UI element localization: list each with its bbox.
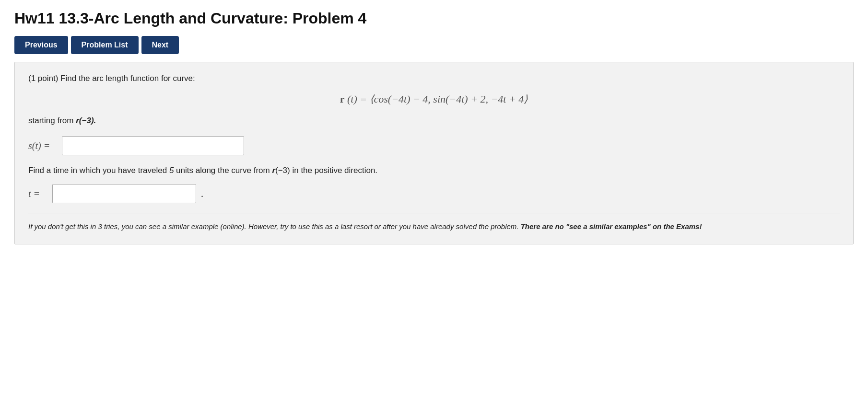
- math-r-bold: r: [340, 93, 345, 105]
- points-label: (1 point): [28, 74, 58, 83]
- t-label: t =: [28, 188, 47, 199]
- s-input[interactable]: [62, 136, 244, 155]
- problem-intro: (1 point) Find the arc length function f…: [28, 74, 840, 83]
- s-label: s(t) =: [28, 140, 57, 151]
- s-answer-row: s(t) =: [28, 136, 840, 155]
- intro-find: Find the arc length function for curve:: [60, 74, 195, 83]
- travel-text: Find a time in which you have traveled 5…: [28, 166, 840, 175]
- page-title: Hw11 13.3-Arc Length and Curvature: Prob…: [14, 10, 854, 27]
- starting-r-bold: r(−3).: [76, 116, 96, 125]
- t-period: .: [201, 188, 203, 199]
- footnote-normal: If you don't get this in 3 tries, you ca…: [28, 222, 519, 231]
- math-eq-body: (t) = ⟨cos(−4t) − 4, sin(−4t) + 2, −4t +…: [347, 93, 528, 105]
- divider: [28, 213, 840, 213]
- previous-button[interactable]: Previous: [14, 36, 68, 54]
- footnote: If you don't get this in 3 tries, you ca…: [28, 221, 840, 232]
- problem-box: (1 point) Find the arc length function f…: [14, 62, 854, 244]
- t-input[interactable]: [52, 184, 196, 203]
- t-answer-row: t = .: [28, 184, 840, 203]
- equation-display: r (t) = ⟨cos(−4t) − 4, sin(−4t) + 2, −4t…: [28, 93, 840, 105]
- problem-list-button[interactable]: Problem List: [71, 36, 139, 54]
- starting-from-text: starting from r(−3).: [28, 116, 840, 126]
- nav-buttons: Previous Problem List Next: [14, 36, 854, 54]
- footnote-bold: There are no "see a similar examples" on…: [521, 222, 702, 231]
- next-button[interactable]: Next: [141, 36, 179, 54]
